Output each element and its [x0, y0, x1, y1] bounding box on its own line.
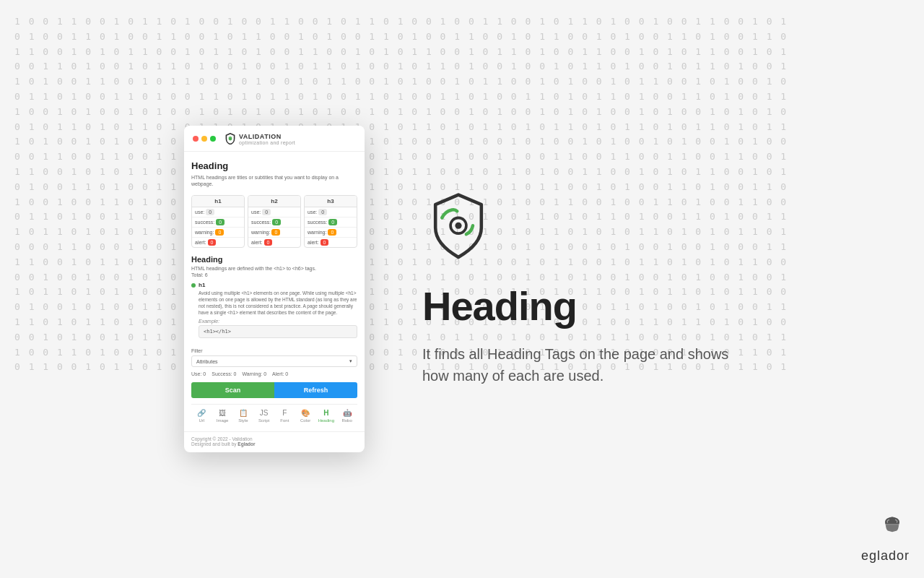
- nav-item-robo[interactable]: 🤖 Robo: [336, 409, 357, 423]
- h1-item-label: h1: [199, 282, 357, 288]
- h3-success: success: 0: [305, 217, 357, 228]
- font-icon: F: [282, 409, 287, 417]
- image-icon: 🖼: [219, 409, 226, 417]
- browser-header: VALIDATION optimization and report: [184, 126, 365, 152]
- eglador-text: eglador: [861, 548, 910, 564]
- footer-copyright: Copyright © 2022 - Validation: [191, 436, 357, 441]
- section1-title: Heading: [191, 160, 357, 171]
- stat-col-h3: h3 use: 0 success: 0 warning: 0 alert: 0: [304, 195, 357, 248]
- h2-header: h2: [248, 196, 300, 207]
- h3-warning: warning: 0: [305, 228, 357, 238]
- nav-label-image: Image: [217, 418, 229, 423]
- url-icon: 🔗: [197, 409, 206, 417]
- bottom-navigation: 🔗 Url 🖼 Image 📋 Style JS Script F F: [191, 404, 357, 426]
- shield-logo-small: [225, 133, 236, 144]
- section2-total: Total: 6: [191, 272, 357, 277]
- svg-point-2: [455, 223, 461, 229]
- filter-warning: Warning: 0: [242, 371, 266, 376]
- h1-warning: warning: 0: [192, 228, 244, 238]
- browser-footer: Copyright © 2022 - Validation Designed a…: [184, 431, 365, 452]
- action-buttons: Scan Refresh: [191, 382, 357, 398]
- scan-button[interactable]: Scan: [191, 382, 274, 398]
- footer-designed: Designed and built by Eglador: [191, 441, 357, 447]
- h2-use: use: 0: [248, 207, 300, 217]
- filter-success: Success: 0: [212, 371, 236, 376]
- h3-header: h3: [305, 196, 357, 207]
- filter-selected-value: Attributes: [196, 359, 218, 364]
- nav-label-heading: Heading: [318, 418, 334, 423]
- h2-success: success: 0: [248, 217, 300, 228]
- main-description: It finds all Heading Tags on the page an…: [422, 343, 740, 387]
- nav-label-robo: Robo: [341, 418, 352, 423]
- filter-stats: Use: 0 Success: 0 Warning: 0 Alert: 0: [191, 371, 357, 376]
- filter-label: Filter: [191, 348, 357, 353]
- nav-item-color[interactable]: 🎨 Color: [295, 409, 316, 423]
- nav-item-script[interactable]: JS Script: [253, 409, 274, 423]
- browser-mockup: VALIDATION optimization and report Headi…: [184, 126, 365, 453]
- eglador-logo: eglador: [861, 512, 910, 564]
- nav-label-font: Font: [280, 418, 289, 423]
- nav-label-style: Style: [238, 418, 248, 423]
- h1-use: use: 0: [192, 207, 244, 217]
- stat-col-h1: h1 use: 0 success: 0 warning: 0 alert: 0: [191, 195, 245, 248]
- filter-section: Filter Attributes ▾: [191, 348, 357, 367]
- minimize-dot: [201, 136, 207, 142]
- nav-item-heading[interactable]: H Heading: [316, 409, 337, 423]
- example-code: <h1></h1>: [199, 325, 357, 338]
- h1-bullet: [191, 283, 196, 288]
- app-name: VALIDATION: [239, 133, 295, 140]
- filter-select[interactable]: Attributes ▾: [191, 355, 357, 367]
- h1-success: success: 0: [192, 217, 244, 228]
- h2-alert: alert: 0: [248, 238, 300, 247]
- svg-point-0: [229, 137, 232, 141]
- nav-label-script: Script: [258, 418, 269, 423]
- footer-brand: Eglador: [237, 441, 255, 447]
- nav-item-image[interactable]: 🖼 Image: [212, 409, 233, 423]
- h1-alert: alert: 0: [192, 238, 244, 247]
- section2-title: Heading: [191, 255, 357, 264]
- chevron-down-icon: ▾: [349, 358, 352, 364]
- section2-desc: HTML headings are defined with the <h1> …: [191, 266, 357, 271]
- logo-container: [422, 191, 494, 267]
- main-heading: Heading: [422, 284, 577, 329]
- filter-use: Use: 0: [191, 371, 206, 376]
- eglador-icon: [875, 512, 910, 547]
- section1-desc: HTML headings are titles or subtitles th…: [191, 174, 357, 189]
- main-layout: VALIDATION optimization and report Headi…: [0, 0, 924, 578]
- script-icon: JS: [260, 409, 269, 417]
- h3-alert: alert: 0: [305, 238, 357, 247]
- close-dot: [193, 136, 199, 142]
- h2-warning: warning: 0: [248, 228, 300, 238]
- browser-content-area: Heading HTML headings are titles or subt…: [184, 152, 365, 432]
- heading-icon: H: [323, 409, 328, 417]
- nav-item-font[interactable]: F Font: [274, 409, 295, 423]
- style-icon: 📋: [239, 409, 248, 417]
- example-label: Example:: [199, 319, 357, 324]
- nav-label-color: Color: [300, 418, 310, 423]
- h1-item-desc: Avoid using multiple <h1> elements on on…: [199, 290, 357, 316]
- h1-header: h1: [192, 196, 244, 207]
- nav-label-url: Url: [199, 418, 205, 423]
- filter-alert: Alert: 0: [272, 371, 288, 376]
- nav-item-url[interactable]: 🔗 Url: [191, 409, 212, 423]
- app-logo: VALIDATION optimization and report: [225, 133, 295, 145]
- refresh-button[interactable]: Refresh: [274, 382, 357, 398]
- stats-grid: h1 use: 0 success: 0 warning: 0 alert: 0…: [191, 195, 357, 248]
- right-panel: Heading It finds all Heading Tags on the…: [422, 191, 740, 387]
- h1-item: h1 Avoid using multiple <h1> elements on…: [191, 282, 357, 344]
- app-subtitle: optimization and report: [239, 140, 295, 145]
- color-icon: 🎨: [301, 409, 310, 417]
- robo-icon: 🤖: [343, 409, 352, 417]
- stat-col-h2: h2 use: 0 success: 0 warning: 0 alert: 0: [248, 195, 301, 248]
- nav-item-style[interactable]: 📋 Style: [233, 409, 254, 423]
- maximize-dot: [210, 136, 216, 142]
- window-controls: [193, 136, 216, 142]
- h3-use: use: 0: [305, 207, 357, 217]
- shield-logo-large: [422, 191, 494, 264]
